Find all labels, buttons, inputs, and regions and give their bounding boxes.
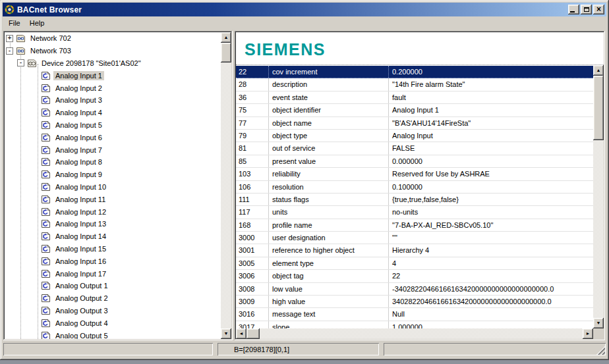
tree-item[interactable]: Analog Output 3 [5,305,221,317]
property-name: high value [269,296,389,307]
minimize-button[interactable] [568,5,579,14]
property-row[interactable]: 3017slope1.000000 [236,321,593,328]
collapse-toggle-icon[interactable]: - [6,47,13,55]
tree-item[interactable]: Analog Input 1 [5,69,221,82]
property-row[interactable]: 3008low value-34028220466166163420000000… [236,283,593,296]
expand-toggle-icon[interactable]: + [6,35,13,42]
property-row[interactable]: 75object identifierAnalog Input 1 [236,104,593,117]
tree-item[interactable]: Analog Input 15 [5,243,221,255]
property-row[interactable]: 22cov increment0.200000 [236,66,593,78]
tree-item-label: Analog Input 3 [53,95,104,105]
property-id: 3006 [236,270,269,282]
brand-header: SIEMENS [236,32,593,65]
arrow-right-icon: ► [586,331,591,336]
menu-item-file[interactable]: File [4,18,25,29]
tree-item-label: Analog Input 5 [53,120,104,130]
tree-vertical-scrollbar[interactable]: ▲ ▼ [221,32,231,339]
tree-item[interactable]: Analog Input 14 [5,230,221,243]
tree-item[interactable]: Analog Output 4 [5,317,221,329]
property-row[interactable]: 3009high value34028220466166163420000000… [236,296,593,308]
grid-hscrollbar-thumb[interactable] [246,328,260,339]
arrow-down-icon: ▼ [596,321,601,325]
tree-item[interactable]: Analog Input 9 [5,169,221,181]
scroll-left-button[interactable]: ◄ [236,328,246,339]
tree-item[interactable]: Analog Input 13 [5,218,221,230]
scroll-down-button[interactable]: ▼ [593,318,604,328]
tree-item-label: Analog Input 12 [53,207,108,217]
property-row[interactable]: 3016message textNull [236,308,593,321]
analog-object-icon [41,95,51,105]
property-name: reliability [269,168,389,180]
property-id: 28 [236,78,269,90]
resize-grip-icon[interactable] [596,346,605,355]
property-row[interactable]: 81out of serviceFALSE [236,142,593,155]
property-row[interactable]: 3001reference to higher objectHierarchy … [236,244,593,257]
scroll-up-button[interactable]: ▲ [221,32,231,43]
tree-item[interactable]: Analog Input 6 [5,131,221,143]
property-row[interactable]: 28description"14th Fire alarm State" [236,78,593,91]
analog-object-icon [41,120,51,130]
menu-item-help[interactable]: Help [25,18,49,29]
property-id: 79 [236,130,269,142]
property-name: description [269,78,389,90]
tree-item[interactable]: Analog Input 4 [5,107,221,119]
close-button[interactable]: × [593,5,604,14]
property-row[interactable]: 106resolution0.100000 [236,181,593,194]
tree-item[interactable]: +Network 702 [5,32,221,45]
tree-item[interactable]: Analog Output 5 [5,329,221,339]
tree-item[interactable]: Analog Input 8 [5,156,221,169]
property-row[interactable]: 3006object tag22 [236,270,593,282]
scroll-up-button[interactable]: ▲ [593,65,604,76]
tree-item-label: Analog Input 1 [53,71,104,80]
analog-object-icon [41,232,51,241]
tree-item[interactable]: Analog Input 17 [5,267,221,280]
grid-vertical-scrollbar[interactable]: ▲ ▼ [593,65,604,328]
tree-scrollbar-thumb[interactable] [221,43,231,63]
maximize-button[interactable] [581,5,592,14]
property-row[interactable]: 117unitsno-units [236,206,593,219]
property-row[interactable]: 111status flags{true,true,false,false} [236,194,593,206]
tree-item[interactable]: Analog Input 16 [5,255,221,267]
tree-item[interactable]: Analog Input 3 [5,94,221,107]
tree-item-label: Network 702 [28,34,73,43]
tree-item[interactable]: Analog Input 11 [5,193,221,205]
property-value: 34028220466166163420000000000000000000.0 [389,296,593,307]
property-value: "B'AS'AHU14'14FireSta" [389,117,593,129]
analog-object-icon [41,294,51,303]
scroll-right-button[interactable]: ► [583,328,593,339]
property-row[interactable]: 103reliabilityReserved for Use by ASHRAE [236,168,593,180]
property-row[interactable]: 168profile name"7-BA-PX-AI_RED-SBCv05.10… [236,219,593,232]
grid-horizontal-scrollbar[interactable]: ◄ ► [236,328,593,339]
property-id: 36 [236,91,269,103]
tree-item[interactable]: Analog Input 12 [5,205,221,218]
analog-object-icon [41,157,51,167]
scrollbar-corner [593,328,604,339]
tree-item[interactable]: Analog Input 2 [5,82,221,94]
property-row[interactable]: 79object typeAnalog Input [236,130,593,142]
property-row[interactable]: 77object name"B'AS'AHU14'14FireSta" [236,117,593,130]
tree-item[interactable]: -Device 2098178 "Site01'AS02" [5,57,221,70]
grid-scrollbar-thumb[interactable] [593,76,604,140]
maximize-icon [584,7,589,12]
tree-item-label: Analog Input 11 [53,195,107,204]
tree-item-label: Analog Output 4 [53,319,110,328]
scroll-down-button[interactable]: ▼ [221,328,231,339]
analog-object-icon [41,84,51,93]
tree-item[interactable]: Analog Input 5 [5,119,221,132]
property-id: 22 [236,66,269,78]
property-row[interactable]: 36event statefault [236,91,593,104]
properties-grid: 22cov increment0.20000028description"14t… [236,65,604,339]
properties-grid-rows: 22cov increment0.20000028description"14t… [236,66,593,328]
tree-item[interactable]: Analog Output 1 [5,280,221,292]
property-row[interactable]: 3005element type4 [236,257,593,270]
tree-item[interactable]: Analog Input 7 [5,143,221,156]
tree-item-label: Analog Output 5 [53,331,110,339]
property-row[interactable]: 85present value0.000000 [236,155,593,168]
properties-pane: SIEMENS 22cov increment0.20000028descrip… [235,31,605,340]
analog-object-icon [41,269,51,278]
collapse-toggle-icon[interactable]: - [17,59,24,66]
tree-item[interactable]: Analog Input 10 [5,181,221,194]
tree-item[interactable]: Analog Output 2 [5,292,221,305]
property-row[interactable]: 3000user designation"" [236,232,593,244]
tree-item[interactable]: -Network 703 [5,45,221,57]
